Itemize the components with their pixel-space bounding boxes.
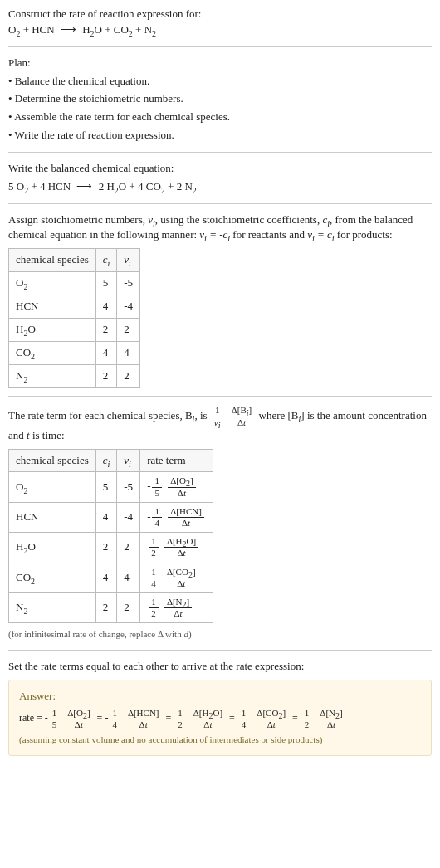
text: is time:	[30, 429, 65, 441]
cell-ci: 4	[95, 502, 117, 532]
answer-box: Answer: rate = -15 Δ[O2]Δt = -14 Δ[HCN]Δ…	[8, 680, 432, 756]
rate-term-table: chemical species ci νi rate term O2 5 -5…	[8, 449, 213, 624]
cell-ci: 2	[95, 592, 117, 622]
cell-species: HCN	[9, 295, 96, 318]
plan-item: • Write the rate of reaction expression.	[8, 128, 432, 144]
cell-species: O2	[9, 272, 96, 295]
cell-species: HCN	[9, 502, 96, 532]
divider	[8, 203, 432, 204]
cell-species: N2	[9, 592, 96, 622]
table-row: O2 5 -5 -15 Δ[O2]Δt	[9, 472, 213, 502]
nu-i: νi	[148, 213, 155, 226]
table-row: O25-5	[9, 272, 140, 295]
frac-dbi-dt: Δ[Bi]Δt	[229, 405, 255, 427]
cell-species: CO2	[9, 563, 96, 592]
prompt-text: Construct the rate of reaction expressio…	[8, 7, 432, 22]
table-row: N222	[9, 364, 140, 388]
answer-label: Answer:	[19, 689, 421, 705]
col-species: chemical species	[9, 249, 96, 272]
cell-ci: 2	[95, 364, 117, 388]
divider	[8, 396, 432, 397]
rate-expression-section: Set the rate terms equal to each other t…	[8, 659, 432, 756]
cell-species: CO2	[9, 341, 96, 364]
cell-ci: 2	[95, 318, 117, 341]
cell-nui: 4	[117, 563, 140, 592]
cell-species: H2O	[9, 533, 96, 563]
cell-ci: 5	[95, 472, 117, 502]
col-ci: ci	[95, 249, 117, 272]
cell-ci: 4	[95, 295, 117, 318]
eq-reactants: νi = -ci	[199, 228, 230, 241]
table-row: N2 2 2 12 Δ[N2]Δt	[9, 592, 213, 622]
divider	[8, 46, 432, 47]
text: where [B	[259, 409, 299, 422]
eq-products: νi = ci	[307, 228, 334, 241]
cell-nui: 2	[117, 592, 140, 622]
text: The rate term for each chemical species,…	[8, 409, 193, 422]
rate-term-section: The rate term for each chemical species,…	[8, 405, 432, 641]
cell-nui: -5	[117, 472, 140, 502]
divider	[8, 650, 432, 651]
table-row: HCN 4 -4 -14 Δ[HCN]Δt	[9, 502, 213, 532]
text: , is	[194, 409, 209, 422]
cell-rate-term: 12 Δ[N2]Δt	[140, 592, 213, 622]
table-header-row: chemical species ci νi	[9, 249, 140, 272]
cell-rate-term: 14 Δ[CO2]Δt	[140, 563, 213, 592]
cell-nui: -4	[117, 502, 140, 532]
table-row: CO2 4 4 14 Δ[CO2]Δt	[9, 563, 213, 592]
plan-item: • Balance the chemical equation.	[8, 74, 432, 90]
col-species: chemical species	[9, 449, 96, 472]
col-nui: νi	[117, 449, 140, 472]
cell-ci: 4	[95, 341, 117, 364]
cell-ci: 2	[95, 533, 117, 563]
cell-species: N2	[9, 364, 96, 388]
cell-rate-term: -15 Δ[O2]Δt	[140, 472, 213, 502]
rate-term-text: The rate term for each chemical species,…	[8, 405, 432, 443]
text: for products:	[335, 228, 393, 241]
cell-species: H2O	[9, 318, 96, 341]
cell-species: O2	[9, 472, 96, 502]
unbalanced-equation: O2 + HCN ⟶ H2O + CO2 + N2	[8, 22, 432, 38]
answer-assumption: (assuming constant volume and no accumul…	[19, 734, 421, 747]
set-equal-text: Set the rate terms equal to each other t…	[8, 659, 432, 675]
cell-nui: -4	[117, 295, 140, 318]
rate-expression: rate = -15 Δ[O2]Δt = -14 Δ[HCN]Δt = 12 Δ…	[19, 708, 421, 730]
plan-section: Plan: • Balance the chemical equation. •…	[8, 56, 432, 144]
cell-nui: 2	[117, 318, 140, 341]
balanced-section: Write the balanced chemical equation: 5 …	[8, 161, 432, 195]
cell-ci: 5	[95, 272, 117, 295]
plan-heading: Plan:	[8, 56, 432, 71]
col-ci: ci	[95, 449, 117, 472]
cell-nui: 2	[117, 364, 140, 388]
divider	[8, 152, 432, 153]
cell-rate-term: -14 Δ[HCN]Δt	[140, 502, 213, 532]
table-row: HCN4-4	[9, 295, 140, 318]
balanced-equation: 5 O2 + 4 HCN ⟶ 2 H2O + 4 CO2 + 2 N2	[8, 179, 432, 195]
stoich-section: Assign stoichiometric numbers, νi, using…	[8, 212, 432, 388]
col-nui: νi	[117, 249, 140, 272]
text: , using the stoichiometric coefficients,	[155, 213, 323, 226]
rate-prefix: rate =	[19, 712, 45, 724]
cell-rate-term: 12 Δ[H2O]Δt	[140, 533, 213, 563]
col-rate-term: rate term	[140, 449, 213, 472]
stoich-table: chemical species ci νi O25-5 HCN4-4 H2O2…	[8, 248, 140, 388]
plan-item: • Determine the stoichiometric numbers.	[8, 91, 432, 107]
table-row: H2O 2 2 12 Δ[H2O]Δt	[9, 533, 213, 563]
plan-item: • Assemble the rate term for each chemic…	[8, 110, 432, 125]
stoich-text: Assign stoichiometric numbers, νi, using…	[8, 212, 432, 244]
cell-nui: -5	[117, 272, 140, 295]
c-i: ci	[322, 213, 330, 226]
balanced-heading: Write the balanced chemical equation:	[8, 161, 432, 177]
frac-1-over-nui: 1νi	[212, 405, 223, 427]
text: Assign stoichiometric numbers,	[8, 213, 148, 226]
table-row: CO244	[9, 341, 140, 364]
infinitesimal-note: (for infinitesimal rate of change, repla…	[8, 628, 432, 641]
cell-nui: 4	[117, 341, 140, 364]
intro: Construct the rate of reaction expressio…	[8, 7, 432, 38]
table-header-row: chemical species ci νi rate term	[9, 449, 213, 472]
cell-ci: 4	[95, 563, 117, 592]
cell-nui: 2	[117, 533, 140, 563]
table-row: H2O22	[9, 318, 140, 341]
text: for reactants and	[230, 228, 307, 241]
